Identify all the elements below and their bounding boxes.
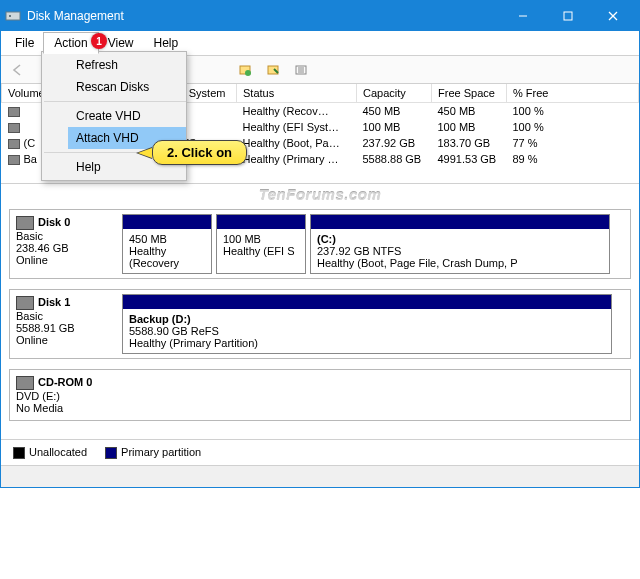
menu-separator [44, 101, 186, 102]
menuitem-refresh[interactable]: Refresh [68, 54, 186, 76]
partition[interactable]: 100 MBHealthy (EFI S [216, 214, 306, 274]
col-status[interactable]: Status [237, 84, 357, 103]
maximize-button[interactable] [545, 1, 590, 31]
annotation-step2-label: 2. Click on [152, 140, 247, 165]
legend-unallocated: Unallocated [13, 446, 87, 459]
col-capacity[interactable]: Capacity [357, 84, 432, 103]
annotation-step1-label: 1 [91, 33, 107, 49]
col-freespace[interactable]: Free Space [432, 84, 507, 103]
refresh-icon[interactable] [234, 59, 256, 81]
annotation-step2-callout: 2. Click on [152, 140, 247, 165]
legend-primary: Primary partition [105, 446, 201, 459]
disk-info: Disk 0Basic238.46 GBOnline [10, 210, 118, 278]
disk-info: Disk 1Basic5588.91 GBOnline [10, 290, 118, 358]
svg-rect-0 [6, 12, 20, 20]
disk-partitions: Backup (D:)5588.90 GB ReFSHealthy (Prima… [118, 290, 630, 358]
titlebar: Disk Management [1, 1, 639, 31]
disk-row[interactable]: Disk 0Basic238.46 GBOnline450 MBHealthy … [9, 209, 631, 279]
disk-partitions [118, 370, 630, 420]
properties-icon[interactable] [262, 59, 284, 81]
disk-pane: Disk 0Basic238.46 GBOnline450 MBHealthy … [1, 209, 639, 439]
menuitem-create-vhd[interactable]: Create VHD [68, 105, 186, 127]
statusbar [1, 465, 639, 487]
partition[interactable]: (C:)237.92 GB NTFSHealthy (Boot, Page Fi… [310, 214, 610, 274]
disk-management-window: Disk Management File Action View Help 1 … [0, 0, 640, 488]
menu-file[interactable]: File [5, 33, 44, 53]
legend: Unallocated Primary partition [1, 439, 639, 465]
minimize-button[interactable] [500, 1, 545, 31]
list-icon[interactable] [290, 59, 312, 81]
col-pctfree[interactable]: % Free [507, 84, 639, 103]
watermark: TenForums.com [1, 184, 639, 209]
close-button[interactable] [590, 1, 635, 31]
disk-row[interactable]: Disk 1Basic5588.91 GBOnlineBackup (D:)55… [9, 289, 631, 359]
svg-rect-3 [564, 12, 572, 20]
disk-info: CD-ROM 0DVD (E:)No Media [10, 370, 118, 420]
partition[interactable]: Backup (D:)5588.90 GB ReFSHealthy (Prima… [122, 294, 612, 354]
menu-help[interactable]: Help [144, 33, 189, 53]
back-button[interactable] [7, 59, 29, 81]
partition[interactable]: 450 MBHealthy (Recovery [122, 214, 212, 274]
window-title: Disk Management [27, 9, 500, 23]
disk-partitions: 450 MBHealthy (Recovery100 MBHealthy (EF… [118, 210, 630, 278]
svg-point-8 [245, 70, 251, 76]
svg-point-1 [9, 15, 11, 17]
menubar: File Action View Help 1 Refresh Rescan D… [1, 31, 639, 56]
annotation-step1-marker: 1 [91, 33, 107, 49]
app-icon [5, 8, 21, 24]
menuitem-rescan[interactable]: Rescan Disks [68, 76, 186, 98]
disk-row[interactable]: CD-ROM 0DVD (E:)No Media [9, 369, 631, 421]
